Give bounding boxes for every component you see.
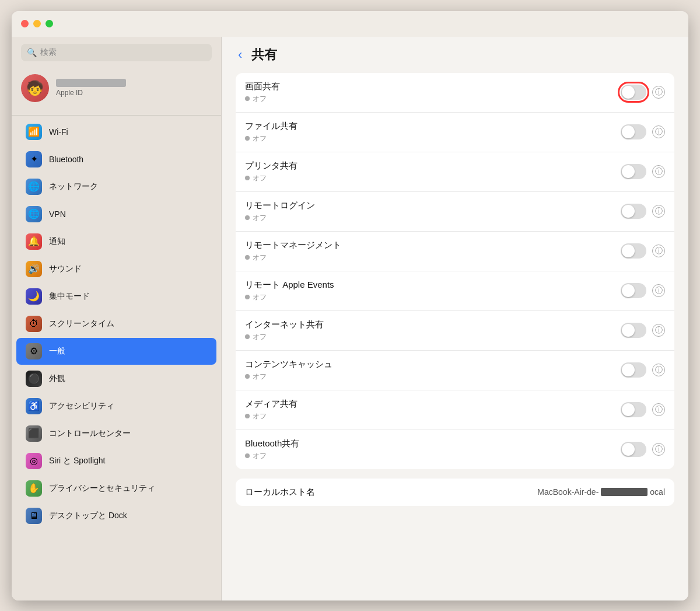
status-text-screen-sharing: オフ [253, 94, 267, 104]
main-panel: ‹ 共有 画面共有オフⓘファイル共有オフⓘプリンタ共有オフⓘリモートログインオフ… [222, 37, 688, 600]
status-text-media-sharing: オフ [253, 411, 267, 421]
sidebar-item-label-bluetooth: Bluetooth [49, 155, 83, 164]
close-button[interactable] [21, 20, 29, 27]
sidebar-item-bluetooth[interactable]: ✦Bluetooth [16, 146, 216, 173]
sidebar-item-focus[interactable]: 🌙集中モード [16, 283, 216, 310]
sidebar-item-label-network: ネットワーク [49, 181, 98, 192]
info-button-file-sharing[interactable]: ⓘ [652, 125, 665, 138]
info-button-content-caching[interactable]: ⓘ [652, 364, 665, 376]
setting-name-content-caching: コンテンツキャッシュ [245, 359, 621, 370]
setting-controls-remote-login: ⓘ [621, 204, 665, 219]
settings-list: 画面共有オフⓘファイル共有オフⓘプリンタ共有オフⓘリモートログインオフⓘリモート… [222, 73, 688, 529]
toggle-file-sharing[interactable] [621, 124, 646, 139]
setting-row-bluetooth-sharing: Bluetooth共有オフⓘ [236, 430, 674, 469]
maximize-button[interactable] [46, 20, 53, 27]
vpn-icon: 🌐 [26, 206, 42, 222]
sidebar-item-label-control: コントロールセンター [49, 428, 131, 439]
setting-info-printer-sharing: プリンタ共有オフ [245, 160, 621, 183]
sidebar-item-sound[interactable]: 🔊サウンド [16, 256, 216, 282]
setting-status-internet-sharing: オフ [245, 332, 621, 342]
toggle-remote-management[interactable] [621, 243, 646, 259]
general-icon: ⚙ [26, 343, 42, 359]
status-dot-media-sharing [245, 414, 250, 418]
minimize-button[interactable] [33, 20, 41, 27]
setting-controls-internet-sharing: ⓘ [621, 323, 665, 338]
control-icon: ⬛ [26, 425, 42, 442]
panel-header: ‹ 共有 [222, 37, 688, 73]
siri-icon: ◎ [26, 453, 42, 469]
toggle-remote-login[interactable] [621, 204, 646, 219]
status-text-remote-apple-events: オフ [253, 292, 267, 302]
info-button-remote-login[interactable]: ⓘ [652, 205, 665, 218]
title-bar [12, 11, 688, 37]
traffic-lights [21, 20, 53, 27]
toggle-remote-apple-events[interactable] [621, 283, 646, 298]
localhost-label: ローカルホスト名 [245, 487, 537, 498]
localhost-redacted [601, 488, 648, 496]
sidebar-item-siri[interactable]: ◎Siri と Spotlight [16, 448, 216, 474]
info-button-screen-sharing[interactable]: ⓘ [652, 86, 665, 99]
setting-row-content-caching: コンテンツキャッシュオフⓘ [236, 351, 674, 390]
setting-name-media-sharing: メディア共有 [245, 399, 621, 410]
setting-name-remote-management: リモートマネージメント [245, 240, 621, 251]
setting-controls-media-sharing: ⓘ [621, 402, 665, 417]
sidebar-item-accessibility[interactable]: ♿アクセシビリティ [16, 393, 216, 420]
toggle-media-sharing[interactable] [621, 402, 646, 417]
sidebar-item-vpn[interactable]: 🌐VPN [16, 201, 216, 228]
setting-status-content-caching: オフ [245, 372, 621, 382]
toggle-screen-sharing[interactable] [621, 85, 646, 100]
sidebar-item-notification[interactable]: 🔔通知 [16, 228, 216, 255]
setting-status-remote-apple-events: オフ [245, 292, 621, 302]
avatar: 🧒 [21, 74, 49, 102]
setting-row-remote-management: リモートマネージメントオフⓘ [236, 232, 674, 271]
setting-name-bluetooth-sharing: Bluetooth共有 [245, 438, 621, 449]
toggle-bluetooth-sharing[interactable] [621, 442, 646, 457]
desktop-icon: 🖥 [26, 508, 42, 524]
setting-status-media-sharing: オフ [245, 411, 621, 421]
info-button-media-sharing[interactable]: ⓘ [652, 403, 665, 416]
sound-icon: 🔊 [26, 261, 42, 277]
notification-icon: 🔔 [26, 233, 42, 250]
sidebar-item-label-focus: 集中モード [49, 291, 90, 302]
setting-info-internet-sharing: インターネット共有オフ [245, 319, 621, 342]
sidebar-item-general[interactable]: ⚙一般 [16, 338, 216, 365]
apple-id-label: Apple ID [56, 89, 126, 97]
sidebar-item-label-screentime: スクリーンタイム [49, 319, 114, 329]
sidebar-item-appearance[interactable]: ⚫外観 [16, 365, 216, 392]
sidebar-item-wifi[interactable]: 📶Wi-Fi [16, 118, 216, 145]
status-dot-remote-management [245, 255, 250, 260]
sidebar-item-network[interactable]: 🌐ネットワーク [16, 173, 216, 200]
setting-row-printer-sharing: プリンタ共有オフⓘ [236, 152, 674, 192]
toggle-content-caching[interactable] [621, 362, 646, 378]
setting-info-remote-management: リモートマネージメントオフ [245, 240, 621, 263]
status-text-printer-sharing: オフ [253, 173, 267, 183]
localhost-value: MacBook-Air-de-ocal [537, 487, 665, 497]
info-button-bluetooth-sharing[interactable]: ⓘ [652, 443, 665, 456]
sidebar-item-desktop[interactable]: 🖥デスクトップと Dock [16, 502, 216, 529]
sidebar-item-screentime[interactable]: ⏱スクリーンタイム [16, 310, 216, 337]
status-text-bluetooth-sharing: オフ [253, 451, 267, 461]
info-button-remote-apple-events[interactable]: ⓘ [652, 284, 665, 297]
panel-title: 共有 [251, 46, 277, 64]
toggle-printer-sharing[interactable] [621, 164, 646, 179]
info-button-printer-sharing[interactable]: ⓘ [652, 165, 665, 178]
setting-row-file-sharing: ファイル共有オフⓘ [236, 113, 674, 152]
sidebar-item-label-accessibility: アクセシビリティ [49, 401, 114, 411]
back-button[interactable]: ‹ [236, 47, 244, 62]
sidebar-item-control[interactable]: ⬛コントロールセンター [16, 420, 216, 447]
sidebar-item-privacy[interactable]: ✋プライバシーとセキュリティ [16, 475, 216, 502]
info-button-internet-sharing[interactable]: ⓘ [652, 324, 665, 337]
setting-name-remote-apple-events: リモート Apple Events [245, 280, 621, 291]
status-dot-printer-sharing [245, 176, 250, 180]
setting-info-remote-login: リモートログインオフ [245, 200, 621, 223]
info-button-remote-management[interactable]: ⓘ [652, 245, 665, 257]
apple-id-section[interactable]: 🧒 Apple ID [12, 68, 221, 108]
search-bar[interactable]: 🔍 検索 [21, 44, 212, 61]
sidebar-item-label-notification: 通知 [49, 236, 65, 247]
setting-row-screen-sharing: 画面共有オフⓘ [236, 73, 674, 113]
setting-info-media-sharing: メディア共有オフ [245, 399, 621, 421]
screentime-icon: ⏱ [26, 316, 42, 332]
toggle-internet-sharing[interactable] [621, 323, 646, 338]
status-text-file-sharing: オフ [253, 134, 267, 144]
setting-info-content-caching: コンテンツキャッシュオフ [245, 359, 621, 382]
